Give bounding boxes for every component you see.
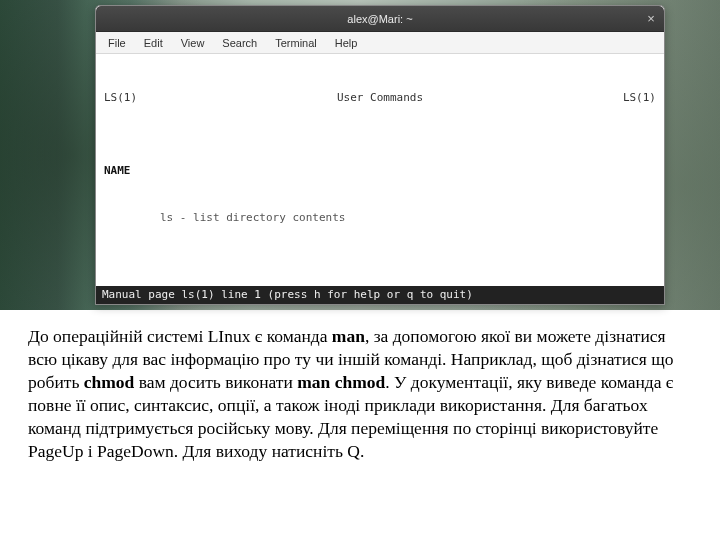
window-title: alex@Mari: ~ <box>347 13 412 25</box>
name-body: ls - list directory contents <box>104 210 656 226</box>
menu-search[interactable]: Search <box>214 35 265 51</box>
terminal-window: alex@Mari: ~ × File Edit View Search Ter… <box>95 5 665 305</box>
menu-view[interactable]: View <box>173 35 213 51</box>
explanation-paragraph: До операційній системі LІnux є команда m… <box>28 325 692 464</box>
menubar: File Edit View Search Terminal Help <box>96 32 664 54</box>
manpage-statusline: Manual page ls(1) line 1 (press h for he… <box>96 286 664 304</box>
man-header-right: LS(1) <box>623 90 656 106</box>
menu-edit[interactable]: Edit <box>136 35 171 51</box>
man-header-left: LS(1) <box>104 90 137 106</box>
section-name: NAME <box>104 163 656 179</box>
man-header-center: User Commands <box>337 90 423 106</box>
menu-help[interactable]: Help <box>327 35 366 51</box>
menu-file[interactable]: File <box>100 35 134 51</box>
menu-terminal[interactable]: Terminal <box>267 35 325 51</box>
manpage-header: LS(1) User Commands LS(1) <box>104 90 656 106</box>
manpage-body[interactable]: LS(1) User Commands LS(1) NAME ls - list… <box>96 54 664 286</box>
close-icon[interactable]: × <box>644 12 658 26</box>
window-titlebar: alex@Mari: ~ × <box>96 6 664 32</box>
